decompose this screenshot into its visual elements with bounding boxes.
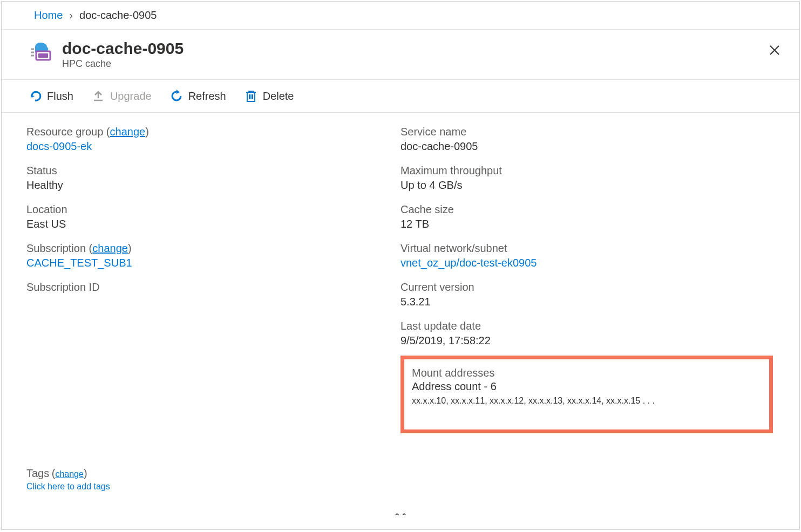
location-label: Location <box>26 203 400 216</box>
close-icon <box>769 45 780 56</box>
page-subtitle: HPC cache <box>62 58 184 70</box>
chevron-up-icon: ⌃⌃ <box>393 512 408 521</box>
status-value: Healthy <box>26 179 400 192</box>
upgrade-icon <box>92 90 105 103</box>
cache-size-label: Cache size <box>400 203 775 216</box>
refresh-icon <box>170 90 183 103</box>
resource-group-change-link[interactable]: change <box>110 126 146 138</box>
cache-size-field: Cache size 12 TB <box>400 203 775 230</box>
service-name-label: Service name <box>400 126 775 138</box>
resource-group-value[interactable]: docs-0905-ek <box>26 140 92 152</box>
tags-change-link[interactable]: change <box>55 469 84 479</box>
status-field: Status Healthy <box>26 165 400 192</box>
max-throughput-field: Maximum throughput Up to 4 GB/s <box>400 165 775 192</box>
breadcrumb-current: doc-cache-0905 <box>79 9 157 22</box>
overview-content: Resource group (change) docs-0905-ek Sta… <box>2 113 799 433</box>
cache-size-value: 12 TB <box>400 218 775 230</box>
left-column: Resource group (change) docs-0905-ek Sta… <box>26 126 400 433</box>
max-throughput-value: Up to 4 GB/s <box>400 179 775 192</box>
breadcrumb-home[interactable]: Home <box>34 9 63 22</box>
location-field: Location East US <box>26 203 400 230</box>
upgrade-label: Upgrade <box>110 90 152 103</box>
mount-addresses-label: Mount addresses <box>412 367 762 379</box>
subscription-label: Subscription <box>26 242 86 254</box>
service-name-field: Service name doc-cache-0905 <box>400 126 775 153</box>
delete-icon <box>245 90 257 103</box>
mount-addresses-highlight: Mount addresses Address count - 6 xx.x.x… <box>400 356 773 433</box>
close-button[interactable] <box>767 43 782 58</box>
delete-label: Delete <box>263 90 294 103</box>
tags-label: Tags <box>26 467 49 479</box>
subscription-id-field: Subscription ID <box>26 281 400 294</box>
last-update-field: Last update date 9/5/2019, 17:58:22 <box>400 320 775 347</box>
resource-group-field: Resource group (change) docs-0905-ek <box>26 126 400 153</box>
vnet-value[interactable]: vnet_oz_up/doc-test-ek0905 <box>400 257 537 269</box>
page-title: doc-cache-0905 <box>62 39 184 57</box>
refresh-button[interactable]: Refresh <box>170 90 226 103</box>
max-throughput-label: Maximum throughput <box>400 165 775 177</box>
flush-button[interactable]: Flush <box>29 90 73 103</box>
tags-field: Tags (change) Click here to add tags <box>26 467 110 492</box>
upgrade-button: Upgrade <box>92 90 152 103</box>
subscription-field: Subscription (change) CACHE_TEST_SUB1 <box>26 242 400 269</box>
last-update-label: Last update date <box>400 320 775 332</box>
flush-label: Flush <box>47 90 73 103</box>
flush-icon <box>29 90 42 103</box>
command-bar: Flush Upgrade Refresh Delete <box>2 80 799 113</box>
current-version-label: Current version <box>400 281 775 294</box>
collapse-button[interactable]: ⌃⌃ <box>393 511 408 522</box>
vnet-field: Virtual network/subnet vnet_oz_up/doc-te… <box>400 242 775 269</box>
subscription-id-label: Subscription ID <box>26 281 400 294</box>
vnet-label: Virtual network/subnet <box>400 242 775 255</box>
svg-rect-1 <box>38 53 48 58</box>
mount-addresses-list: xx.x.x.10, xx.x.x.11, xx.x.x.12, xx.x.x.… <box>412 396 762 406</box>
subscription-value[interactable]: CACHE_TEST_SUB1 <box>26 257 132 269</box>
refresh-label: Refresh <box>188 90 226 103</box>
current-version-value: 5.3.21 <box>400 296 775 308</box>
status-label: Status <box>26 165 400 177</box>
add-tags-link[interactable]: Click here to add tags <box>26 482 110 491</box>
resource-group-label: Resource group <box>26 126 103 138</box>
location-value: East US <box>26 218 400 230</box>
delete-button[interactable]: Delete <box>245 90 294 103</box>
hpc-cache-icon <box>26 39 52 65</box>
mount-addresses-count: Address count - 6 <box>412 380 762 393</box>
right-column: Service name doc-cache-0905 Maximum thro… <box>400 126 775 433</box>
subscription-change-link[interactable]: change <box>92 242 128 254</box>
last-update-value: 9/5/2019, 17:58:22 <box>400 335 775 347</box>
page-header: doc-cache-0905 HPC cache <box>2 30 799 80</box>
current-version-field: Current version 5.3.21 <box>400 281 775 308</box>
service-name-value: doc-cache-0905 <box>400 140 775 153</box>
breadcrumb: Home › doc-cache-0905 <box>2 2 799 30</box>
chevron-right-icon: › <box>69 9 73 22</box>
